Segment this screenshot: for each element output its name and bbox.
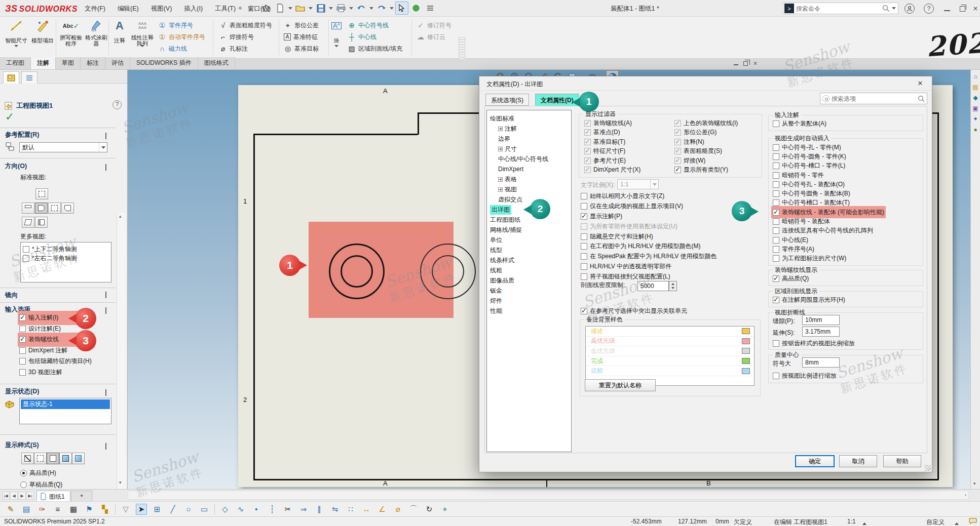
- auto-insert-checkbox[interactable]: 装饰螺纹线 - 装配体 (可能会影响性能): [773, 208, 884, 217]
- selection-filter-icon[interactable]: ▽: [120, 504, 131, 515]
- redo-icon[interactable]: [375, 2, 388, 15]
- prev-sheet-icon[interactable]: ◀: [10, 492, 18, 500]
- quality-radio[interactable]: 高品质(H): [20, 469, 62, 477]
- note-color-row[interactable]: 描述: [586, 327, 754, 337]
- balloon-tool[interactable]: ①零件序号: [156, 20, 207, 31]
- view-right-button[interactable]: [48, 203, 61, 214]
- spell-checker-button[interactable]: Abc✓ 拼写检验程序: [58, 19, 84, 47]
- auto-insert-checkbox[interactable]: 连接线至具有中心符号线的孔阵列: [773, 226, 884, 235]
- auto-insert-checkbox[interactable]: 中心符号圆角 - 装配体(B): [773, 189, 884, 198]
- note-color-row[interactable]: 低优先级: [586, 346, 754, 356]
- collapse-arrow[interactable]: [105, 389, 110, 394]
- view-back-button[interactable]: [61, 203, 74, 214]
- scroll-down-arrow[interactable]: ▾: [119, 480, 122, 485]
- sketch-polygon-icon[interactable]: ◇: [219, 504, 231, 515]
- tree-item[interactable]: 绘图标准: [490, 113, 571, 124]
- auto-insert-checkbox[interactable]: 暗销符号 - 装配体: [773, 217, 884, 226]
- command-tab[interactable]: 图纸格式: [198, 57, 235, 69]
- tree-item[interactable]: 网格线/捕捉: [490, 225, 571, 235]
- model-items-button[interactable]: 模型项目: [29, 19, 56, 47]
- scroll-down-arrow[interactable]: ▾: [973, 481, 976, 486]
- command-tab[interactable]: SOLIDWORKS 插件: [130, 57, 198, 69]
- hole-inner-circle[interactable]: [432, 255, 464, 288]
- tree-item[interactable]: 焊件: [490, 296, 571, 306]
- symbol-size-field[interactable]: 8mm: [802, 357, 840, 368]
- panel-help-icon[interactable]: ?: [112, 100, 122, 109]
- last-sheet-icon[interactable]: ▶|: [26, 492, 34, 500]
- scroll-up-arrow[interactable]: ▴: [119, 214, 122, 219]
- hole-callout-tool[interactable]: ⌀孔标注: [217, 43, 274, 54]
- select-cursor-icon[interactable]: [395, 2, 408, 15]
- note-color-row[interactable]: 完成: [586, 356, 754, 367]
- command-tab[interactable]: 标注: [81, 57, 105, 69]
- document-window-controls[interactable]: ✕: [734, 60, 758, 67]
- minimize-icon[interactable]: [940, 3, 954, 14]
- menu-item[interactable]: 视图(V): [145, 0, 178, 17]
- smart-dimension-button[interactable]: 智能尺寸: [3, 19, 29, 53]
- color-swatch[interactable]: [742, 348, 750, 354]
- offset-entities-icon[interactable]: ∥: [314, 504, 325, 515]
- sheet-tab[interactable]: 图纸1: [36, 491, 70, 502]
- undo-icon[interactable]: [355, 2, 368, 15]
- display-state-list[interactable]: 显示状态-1: [19, 398, 111, 424]
- collapse-arrow[interactable]: [105, 133, 110, 138]
- centerline-tool[interactable]: ┼中心线: [346, 31, 404, 43]
- option-checkbox[interactable]: 仅在生成此项的视图上显示项目(V): [581, 201, 717, 212]
- surface-finish-tool[interactable]: √表面粗糙度符号: [217, 20, 274, 31]
- first-sheet-icon[interactable]: |◀: [2, 492, 10, 500]
- sheet-scale[interactable]: 1:1: [847, 518, 856, 525]
- color-swatch[interactable]: [742, 368, 750, 374]
- pin-icon[interactable]: ✦: [237, 4, 245, 12]
- option-checkbox[interactable]: HLR/HLV 中的透视透明零部件: [581, 262, 717, 272]
- auto-insert-checkbox[interactable]: 中心符号槽口 - 装配体(T): [773, 198, 884, 208]
- tree-item[interactable]: 表格: [490, 174, 571, 184]
- filter-checkbox[interactable]: 注释(N): [674, 137, 738, 147]
- extension-field[interactable]: 3.175mm: [802, 327, 840, 337]
- expand-arrow[interactable]: [105, 292, 110, 297]
- note-button[interactable]: A 注释: [109, 19, 130, 47]
- section-reference-config[interactable]: 参考配置(R): [5, 131, 39, 139]
- shaded-with-edges-button[interactable]: [59, 453, 72, 464]
- sketch-centerline-icon[interactable]: ┆: [267, 504, 278, 515]
- command-tab[interactable]: 草图: [56, 57, 81, 69]
- rotate-view-icon[interactable]: ↻: [424, 504, 435, 515]
- filter-checkbox[interactable]: DimXpert 尺寸(X): [584, 166, 640, 175]
- sketch-line-icon[interactable]: ╱: [167, 504, 178, 515]
- dialog-resize-grip[interactable]: [925, 465, 931, 471]
- command-search-input[interactable]: [796, 5, 882, 12]
- datum-feature-tool[interactable]: A基准特征: [282, 31, 321, 43]
- revision-symbol-tool[interactable]: ✓修订符号: [414, 20, 454, 31]
- filter-checkbox[interactable]: 形位公差(G): [674, 128, 738, 138]
- display-state-item[interactable]: 显示状态-1: [21, 399, 110, 409]
- grid-snap-icon[interactable]: ⊞: [152, 504, 163, 515]
- option-checkbox[interactable]: 显示注解(P): [581, 212, 717, 222]
- option-checkbox[interactable]: 隐藏悬空尺寸和注解(H): [581, 231, 717, 241]
- new-file-icon[interactable]: [274, 2, 287, 15]
- file-explorer-icon[interactable]: ◆: [972, 94, 979, 102]
- hidden-lines-visible-button[interactable]: [34, 453, 47, 464]
- linear-note-pattern-button[interactable]: AAAAAA 线性注释阵列: [131, 19, 154, 53]
- doc-restore-icon[interactable]: [743, 61, 748, 66]
- panel-scrollbar[interactable]: ▴ ▾: [117, 213, 126, 489]
- tree-item[interactable]: 尺寸: [490, 144, 571, 154]
- view-isometric-button[interactable]: [22, 217, 34, 228]
- ok-button[interactable]: 确定: [795, 455, 835, 467]
- view-left-button[interactable]: [22, 203, 34, 214]
- cancel-button[interactable]: 取消: [839, 455, 877, 467]
- tree-item[interactable]: 性能: [490, 306, 571, 316]
- select-tool-icon[interactable]: ➤: [136, 504, 147, 515]
- redo-dropdown[interactable]: [389, 2, 394, 15]
- magnetic-line-tool[interactable]: ∩磁力线: [156, 43, 207, 54]
- filter-checkbox[interactable]: 基准目标(T): [584, 137, 640, 147]
- weld-symbol-tool[interactable]: ⌐焊接符号: [217, 31, 274, 43]
- next-sheet-icon[interactable]: ▶: [18, 492, 26, 500]
- tree-item[interactable]: 钣金: [490, 286, 571, 296]
- center-mark-icon[interactable]: ⌖: [439, 504, 450, 515]
- user-account-icon[interactable]: [903, 3, 916, 14]
- home-icon[interactable]: ⌂: [972, 73, 979, 80]
- format-painter-button[interactable]: 格式涂刷器: [83, 19, 109, 47]
- command-search[interactable]: >: [783, 3, 898, 14]
- save-dropdown[interactable]: [328, 2, 333, 15]
- feature-tree-tab[interactable]: [21, 71, 37, 84]
- auto-insert-checkbox[interactable]: 中心符号孔 - 装配体(O): [773, 180, 884, 189]
